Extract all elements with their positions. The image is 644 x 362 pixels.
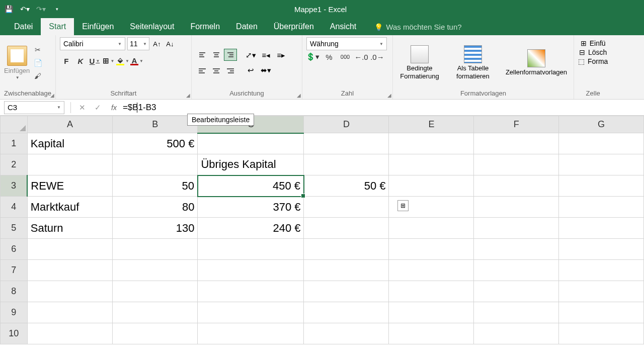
cell-C1[interactable]	[198, 133, 304, 154]
cell-C4[interactable]: 370 €	[198, 197, 304, 218]
cancel-formula-icon[interactable]: ✕	[79, 103, 86, 112]
fx-icon[interactable]: fx	[111, 104, 117, 112]
tab-view[interactable]: Ansicht	[322, 18, 364, 35]
insert-cells-button[interactable]: ⊞Einfü	[581, 39, 606, 47]
merge-center-icon[interactable]: ⬌▾	[259, 64, 273, 76]
cell-B4[interactable]: 80	[113, 197, 198, 218]
bold-button[interactable]: F	[60, 54, 73, 67]
cell-A1[interactable]: Kapital	[27, 133, 113, 154]
cell-E5[interactable]	[389, 218, 474, 239]
orientation-icon[interactable]: ⤢▾	[244, 49, 258, 61]
cell-C2[interactable]: Übriges Kapital	[198, 154, 304, 175]
row-header-2[interactable]: 2	[1, 154, 28, 175]
cell-E2[interactable]	[389, 154, 474, 175]
cell-B2[interactable]	[113, 154, 198, 175]
tab-formulas[interactable]: Formeln	[182, 18, 228, 35]
cell-D1[interactable]	[304, 133, 389, 154]
name-box[interactable]: C3▼	[4, 101, 64, 114]
enter-formula-icon[interactable]: ✓	[95, 103, 101, 112]
column-header-E[interactable]: E	[389, 116, 474, 133]
wrap-text-icon[interactable]: ↩	[244, 64, 258, 76]
tab-data[interactable]: Daten	[228, 18, 266, 35]
increase-decimal-icon[interactable]: ←.0	[355, 50, 368, 63]
cell-C5[interactable]: 240 €	[198, 218, 304, 239]
number-format-select[interactable]: Währung▼	[306, 37, 387, 50]
tab-file[interactable]: Datei	[6, 18, 41, 35]
cell-F5[interactable]	[474, 218, 559, 239]
row-header-1[interactable]: 1	[1, 133, 28, 154]
paste-dropdown-icon[interactable]: ▼	[16, 75, 20, 80]
cell-C3[interactable]: 450 €	[198, 175, 304, 197]
copy-icon[interactable]: 📄	[33, 58, 43, 68]
row-header-10[interactable]: 10	[1, 323, 28, 344]
formula-input[interactable]: =$B1-B3	[121, 103, 644, 113]
row-header-6[interactable]: 6	[1, 239, 28, 260]
cell-G2[interactable]	[559, 154, 644, 175]
column-header-D[interactable]: D	[304, 116, 389, 133]
cell-D5[interactable]	[304, 218, 389, 239]
decrease-indent-icon[interactable]: ≡◂	[259, 49, 273, 61]
autofill-options-icon[interactable]: ⊞	[397, 200, 409, 211]
cell-A3[interactable]: REWE	[27, 175, 113, 197]
number-launcher-icon[interactable]: ◢	[387, 93, 391, 98]
format-cells-button[interactable]: ⬚Forma	[578, 57, 608, 65]
format-painter-icon[interactable]: 🖌	[33, 71, 43, 81]
cell-E3[interactable]	[389, 175, 474, 197]
cut-icon[interactable]: ✂	[33, 45, 43, 55]
cell-G3[interactable]	[559, 175, 644, 197]
row-header-4[interactable]: 4	[1, 197, 28, 218]
cell-D4[interactable]	[304, 197, 389, 218]
align-right-icon[interactable]	[224, 65, 237, 77]
decrease-font-icon[interactable]: A↓	[165, 37, 176, 50]
column-header-A[interactable]: A	[27, 116, 113, 133]
font-launcher-icon[interactable]: ◢	[186, 93, 190, 98]
increase-indent-icon[interactable]: ≡▸	[274, 49, 288, 61]
delete-cells-button[interactable]: ⊟Lösch	[579, 48, 607, 56]
align-top-icon[interactable]	[196, 49, 209, 61]
tell-me-search[interactable]: 💡 Was möchten Sie tun?	[374, 23, 461, 35]
format-as-table-button[interactable]: Als Tabelle formatieren	[450, 45, 496, 80]
increase-font-icon[interactable]: A↑	[151, 37, 163, 50]
borders-icon[interactable]: ⊞▼	[102, 54, 115, 67]
font-name-select[interactable]: Calibri▼	[60, 37, 125, 50]
cell-A2[interactable]	[27, 154, 113, 175]
align-center-icon[interactable]	[210, 65, 223, 77]
cell-A4[interactable]: Marktkauf	[27, 197, 113, 218]
cell-G1[interactable]	[559, 133, 644, 154]
font-size-select[interactable]: 11▼	[127, 37, 149, 50]
accounting-format-icon[interactable]: 💲▾	[306, 50, 319, 63]
cell-B3[interactable]: 50	[113, 175, 198, 197]
column-header-G[interactable]: G	[559, 116, 644, 133]
tab-review[interactable]: Überprüfen	[266, 18, 322, 35]
decrease-decimal-icon[interactable]: .0→	[371, 50, 384, 63]
redo-icon[interactable]: ↷▾	[36, 5, 45, 14]
row-header-5[interactable]: 5	[1, 218, 28, 239]
column-header-B[interactable]: B	[113, 116, 198, 133]
alignment-launcher-icon[interactable]: ◢	[297, 93, 301, 98]
underline-button[interactable]: U▼	[88, 54, 101, 67]
cell-F3[interactable]	[474, 175, 559, 197]
cell-A5[interactable]: Saturn	[27, 218, 113, 239]
cell-B1[interactable]: 500 €	[113, 133, 198, 154]
tab-insert[interactable]: Einfügen	[74, 18, 122, 35]
align-bottom-icon[interactable]	[224, 49, 237, 61]
cell-F4[interactable]	[474, 197, 559, 218]
row-header-7[interactable]: 7	[1, 260, 28, 281]
row-header-8[interactable]: 8	[1, 281, 28, 302]
column-header-F[interactable]: F	[474, 116, 559, 133]
align-left-icon[interactable]	[196, 65, 209, 77]
italic-button[interactable]: K	[74, 54, 87, 67]
worksheet-grid[interactable]: A B C D E F G 1 Kapital 500 € 2 Übriges …	[0, 116, 644, 344]
row-header-9[interactable]: 9	[1, 302, 28, 323]
percent-format-button[interactable]: %	[323, 50, 336, 63]
save-icon[interactable]: 💾	[4, 5, 13, 14]
font-color-button[interactable]: A▼	[130, 54, 143, 67]
tab-home[interactable]: Start	[41, 18, 74, 35]
cell-styles-button[interactable]: Zellenformatvorlagen	[504, 49, 569, 76]
cell-G5[interactable]	[559, 218, 644, 239]
tab-page-layout[interactable]: Seitenlayout	[122, 18, 182, 35]
clipboard-launcher-icon[interactable]: ◢	[50, 93, 54, 98]
qat-customize-icon[interactable]: ▾	[52, 5, 61, 14]
conditional-formatting-button[interactable]: Bedingte Formatierung	[397, 45, 442, 80]
paste-icon[interactable]	[7, 46, 27, 66]
